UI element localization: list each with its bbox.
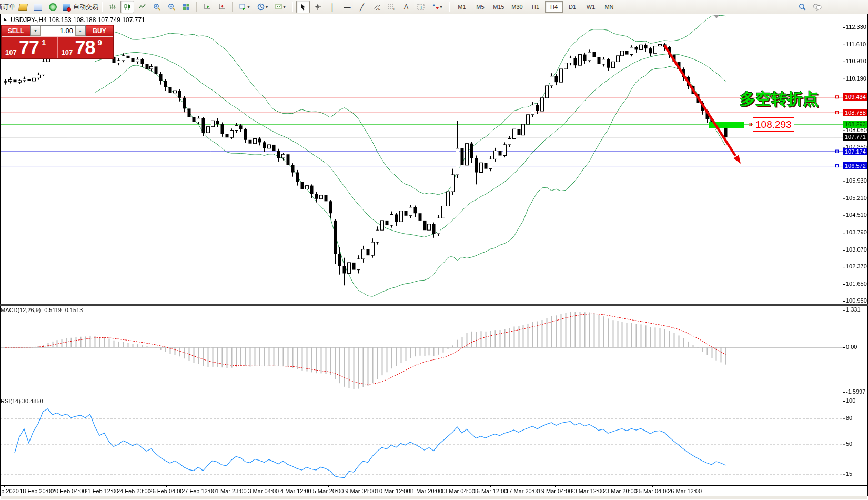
time-axis-label: 26 Feb 04:00 xyxy=(149,488,184,494)
toolbar-separator xyxy=(292,2,293,12)
text-icon[interactable]: A xyxy=(399,1,413,13)
buy-price-major: 107 xyxy=(62,48,73,56)
trendline-icon[interactable]: ╱ xyxy=(355,1,369,13)
price-axis-tick: 102.370 xyxy=(846,263,867,269)
equidistant-channel-icon[interactable]: E xyxy=(370,1,383,13)
zoom-in-icon[interactable] xyxy=(150,1,164,13)
caret-down-icon: ▾ xyxy=(247,5,249,9)
timeframe-m30[interactable]: M30 xyxy=(508,1,526,13)
chat-icon[interactable] xyxy=(810,1,824,13)
sell-price-major: 107 xyxy=(5,48,17,56)
toolbar-separator xyxy=(232,2,233,12)
timeframe-m15[interactable]: M15 xyxy=(490,1,508,13)
line-chart-icon[interactable] xyxy=(135,1,149,13)
price-level-label: 107.771 xyxy=(843,133,867,141)
chart-canvas[interactable] xyxy=(0,0,868,500)
time-axis-label: 5 Mar 20:00 xyxy=(313,488,344,494)
timeframe-h4[interactable]: H4 xyxy=(545,1,563,13)
terminal-icon[interactable] xyxy=(31,1,45,13)
time-axis-label: 21 Feb 12:00 xyxy=(84,488,118,494)
price-axis-tick: 111.610 xyxy=(846,41,866,47)
turning-point-annotation: 多空转折点 xyxy=(740,88,819,110)
timeframe-h1[interactable]: H1 xyxy=(527,1,544,13)
tile-windows-icon[interactable] xyxy=(179,1,193,13)
bar-chart-icon[interactable] xyxy=(106,1,119,13)
chart-title-ohlc: USDJPY-,H4 108.153 108.188 107.749 107.7… xyxy=(11,16,145,24)
time-axis-label: 7 Feb 2020 xyxy=(0,488,19,494)
templates-icon[interactable]: ▾ xyxy=(272,1,289,13)
volume-decrease-button[interactable]: ▼ xyxy=(31,26,41,36)
buy-price-point: 9 xyxy=(98,38,102,47)
candlestick-chart-icon[interactable] xyxy=(120,1,134,13)
sell-button[interactable]: SELL xyxy=(2,26,30,36)
time-axis-label: 25 Mar 04:00 xyxy=(635,488,670,494)
time-axis-label: 20 Feb 04:00 xyxy=(52,488,86,494)
search-icon[interactable] xyxy=(795,1,809,13)
toolbar-separator xyxy=(102,2,103,12)
time-axis-label: 19 Mar 04:00 xyxy=(538,488,572,494)
buy-price-pips: 78 xyxy=(75,37,95,59)
vertical-line-icon[interactable]: │ xyxy=(326,1,339,13)
time-axis-label: 23 Mar 20:00 xyxy=(603,488,637,494)
new-order-button[interactable]: 新订单 xyxy=(0,3,15,12)
rsi-indicator-label: RSI(14) 30.4850 xyxy=(1,398,43,404)
cursor-icon[interactable] xyxy=(296,1,310,13)
autotrading-button[interactable]: 自动交易 xyxy=(73,3,98,12)
time-axis-label: 11 Mar 20:00 xyxy=(409,488,442,494)
price-level-label: 106.572 xyxy=(843,162,867,169)
chart-window-icon: ◣ xyxy=(4,16,7,22)
time-axis-label: 24 Feb 20:00 xyxy=(117,488,151,494)
timeframe-d1[interactable]: D1 xyxy=(563,1,581,13)
time-axis-label: 26 Mar 12:00 xyxy=(668,488,702,494)
svg-text:F: F xyxy=(393,7,396,11)
signals-icon[interactable] xyxy=(46,1,59,13)
time-axis-label: 20 Mar 12:00 xyxy=(570,488,604,494)
periods-icon[interactable]: ▾ xyxy=(254,1,271,13)
sell-price-display[interactable]: 107 77 1 xyxy=(2,37,58,58)
toolbar-separator xyxy=(449,2,450,12)
toolbar: 新订单 自动交易 ▾ ▾ ▾ │ — ╱ E F A T ▾ M1M5M15M3… xyxy=(0,0,868,14)
price-axis-tick: 103.070 xyxy=(846,246,867,253)
time-axis-label: 3 Mar 04:00 xyxy=(248,488,279,494)
indicators-icon[interactable]: ▾ xyxy=(236,1,253,13)
text-label-icon[interactable]: T xyxy=(414,1,428,13)
time-axis-label: 18 Feb 20:00 xyxy=(19,488,54,494)
rsi-axis-tick: 15 xyxy=(846,471,852,477)
sell-price-point: 1 xyxy=(42,38,46,47)
market-watch-icon[interactable] xyxy=(16,1,30,13)
one-click-trading-panel: SELL ▼ 1.00 ▲ BUY 107 77 1 107 78 9 xyxy=(1,25,114,59)
price-axis-tick: 100.950 xyxy=(846,297,867,304)
macd-axis-tick: 0.00 xyxy=(846,344,857,350)
price-axis-tick: 103.790 xyxy=(846,229,867,235)
crosshair-icon[interactable] xyxy=(311,1,325,13)
zoom-out-icon[interactable] xyxy=(165,1,178,13)
time-axis-label: 1 Mar 23:00 xyxy=(216,488,247,494)
time-axis-label: 13 Mar 04:00 xyxy=(441,488,475,494)
timeframe-mn[interactable]: MN xyxy=(600,1,618,13)
time-axis-label: 27 Feb 12:00 xyxy=(181,488,216,494)
auto-scroll-icon[interactable] xyxy=(200,1,214,13)
price-axis-tick: 105.210 xyxy=(846,195,867,201)
mt4-window: 新订单 自动交易 ▾ ▾ ▾ │ — ╱ E F A T ▾ M1M5M15M3… xyxy=(0,0,868,500)
horizontal-line-icon[interactable]: — xyxy=(340,1,354,13)
caret-down-icon: ▾ xyxy=(266,5,268,9)
time-axis-label: 9 Mar 04:00 xyxy=(345,488,376,494)
price-axis-tick: 112.330 xyxy=(846,24,866,30)
macd-indicator-label: MACD(12,26,9) -0.5119 -0.1513 xyxy=(1,307,83,313)
timeframe-m1[interactable]: M1 xyxy=(453,1,471,13)
arrows-icon[interactable]: ▾ xyxy=(429,1,446,13)
price-level-label: 107.174 xyxy=(843,148,867,155)
chart-shift-icon[interactable] xyxy=(215,1,229,13)
volume-value[interactable]: 1.00 xyxy=(41,26,75,36)
price-axis-tick: 105.930 xyxy=(846,177,867,184)
timeframe-m5[interactable]: M5 xyxy=(471,1,489,13)
autotrading-icon[interactable] xyxy=(60,1,72,13)
volume-stepper: ▼ 1.00 ▲ xyxy=(30,25,86,36)
rsi-axis-tick: 80 xyxy=(846,415,852,421)
buy-price-display[interactable]: 107 78 9 xyxy=(58,37,114,58)
volume-increase-button[interactable]: ▲ xyxy=(75,26,85,36)
buy-button[interactable]: BUY xyxy=(86,26,113,36)
caret-down-icon: ▾ xyxy=(283,5,285,9)
timeframe-w1[interactable]: W1 xyxy=(582,1,600,13)
fibonacci-icon[interactable]: F xyxy=(385,1,398,13)
